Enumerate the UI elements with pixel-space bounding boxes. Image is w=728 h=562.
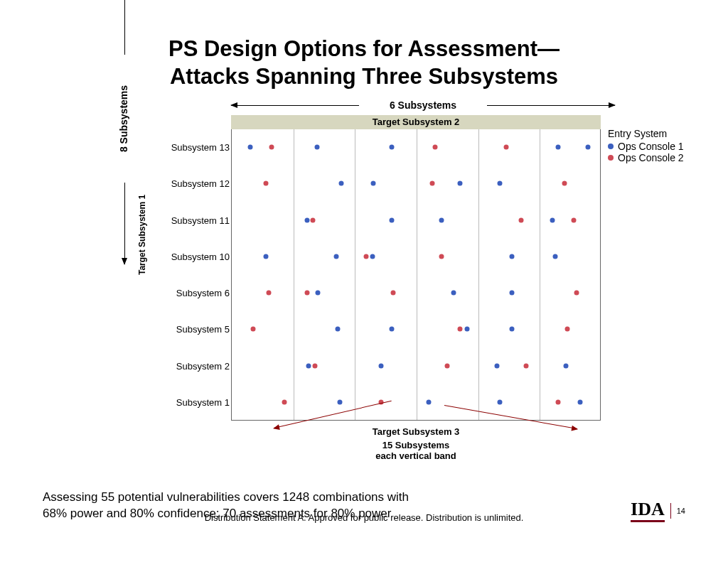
data-point	[314, 145, 319, 150]
data-point	[334, 254, 339, 259]
summary-line-1: Assessing 55 potential vulnerabilities c…	[43, 490, 409, 504]
data-point	[267, 291, 272, 296]
row-label: Subsystem 2	[176, 360, 230, 371]
y-inner-axis-label: Target Subsystem 1	[137, 194, 147, 274]
bottom-label-1: Target Subsystem 3	[231, 426, 601, 437]
legend-label-1: Ops Console 1	[618, 141, 684, 152]
data-point	[391, 291, 396, 296]
data-point	[251, 327, 256, 332]
data-point	[494, 363, 499, 368]
data-point	[263, 254, 268, 259]
panel-separator	[355, 129, 355, 420]
data-point	[562, 181, 567, 186]
legend-item-2: Ops Console 2	[608, 152, 684, 163]
data-point	[313, 363, 318, 368]
top-axis-count: 6 Subsystems	[390, 99, 456, 111]
data-point	[371, 181, 376, 186]
row-label: Subsystem 5	[176, 324, 230, 335]
legend: Entry System Ops Console 1 Ops Console 2	[608, 128, 684, 163]
data-point	[304, 291, 309, 296]
row-label: Subsystem 10	[171, 251, 230, 261]
data-point	[510, 254, 515, 259]
data-point	[563, 363, 568, 368]
data-point	[574, 291, 579, 296]
chart-wrap: 8 Subsystems Target Subsystem 1 Target S…	[114, 115, 697, 461]
legend-label-2: Ops Console 2	[618, 152, 684, 163]
data-point	[553, 254, 558, 259]
data-point	[457, 181, 462, 186]
data-point	[577, 399, 582, 404]
data-point	[390, 145, 395, 150]
panel-separator	[478, 129, 479, 420]
data-point	[363, 254, 368, 259]
title-line-2: Attacks Spanning Three Subsystems	[170, 64, 558, 89]
data-point	[336, 327, 341, 332]
data-point	[370, 254, 375, 259]
row-labels: Subsystem 13Subsystem 12Subsystem 11Subs…	[153, 129, 230, 421]
data-point	[524, 363, 529, 368]
data-point	[390, 217, 395, 222]
data-point	[457, 327, 462, 332]
panel-separator	[417, 129, 417, 420]
data-point	[263, 181, 268, 186]
data-point	[429, 181, 434, 186]
bottom-labels: Target Subsystem 3 15 Subsystems each ve…	[231, 426, 601, 461]
data-point	[304, 217, 309, 222]
data-point	[433, 145, 438, 150]
data-point	[316, 291, 321, 296]
footer-logo: IDA 14	[631, 499, 685, 522]
panel-separator	[540, 129, 540, 420]
row-label: Subsystem 1	[176, 396, 230, 407]
legend-swatch-blue	[608, 144, 614, 149]
data-point	[269, 145, 274, 150]
data-point	[585, 145, 590, 150]
data-point	[519, 217, 524, 222]
y-outer-axis-arrow: 8 Subsystems	[118, 0, 129, 264]
distribution-statement: Distribution Statement A. Approved for p…	[0, 512, 728, 523]
data-point	[445, 363, 450, 368]
data-point	[510, 327, 515, 332]
row-label: Subsystem 13	[171, 142, 230, 153]
data-point	[498, 181, 503, 186]
legend-title: Entry System	[608, 128, 684, 139]
title-line-1: PS Design Options for Assessment—	[168, 36, 560, 61]
legend-item-1: Ops Console 1	[608, 141, 684, 152]
data-point	[390, 327, 395, 332]
data-point	[306, 363, 311, 368]
data-point	[572, 217, 577, 222]
data-point	[565, 327, 570, 332]
legend-swatch-red	[608, 155, 614, 161]
bottom-label-2: 15 Subsystems	[231, 440, 601, 450]
panel-separator	[294, 129, 294, 420]
data-point	[550, 217, 555, 222]
data-point	[439, 217, 444, 222]
row-label: Subsystem 6	[176, 288, 230, 298]
data-point	[311, 217, 316, 222]
page-number: 14	[677, 507, 685, 515]
data-point	[498, 399, 503, 404]
data-point	[556, 399, 561, 404]
data-point	[427, 399, 432, 404]
row-label: Subsystem 12	[171, 178, 230, 189]
data-point	[339, 181, 344, 186]
slide: PS Design Options for Assessment— Attack…	[0, 0, 728, 562]
data-point	[282, 399, 287, 404]
y-outer-axis-label: 8 Subsystems	[118, 85, 129, 151]
data-point	[337, 399, 342, 404]
plot-area	[231, 129, 601, 421]
logo-divider	[670, 503, 671, 519]
chart-header-band: Target Subsystem 2	[231, 115, 601, 129]
bottom-label-3: each vertical band	[231, 450, 601, 461]
data-point	[451, 291, 456, 296]
slide-title: PS Design Options for Assessment— Attack…	[43, 36, 685, 91]
data-point	[465, 327, 470, 332]
data-point	[378, 363, 383, 368]
row-label: Subsystem 11	[171, 215, 230, 225]
data-point	[510, 291, 515, 296]
data-point	[439, 254, 444, 259]
top-axis-arrow: 6 Subsystems	[231, 99, 615, 111]
logo-text: IDA	[631, 499, 665, 522]
data-point	[503, 145, 508, 150]
data-point	[556, 145, 561, 150]
data-point	[248, 145, 253, 150]
